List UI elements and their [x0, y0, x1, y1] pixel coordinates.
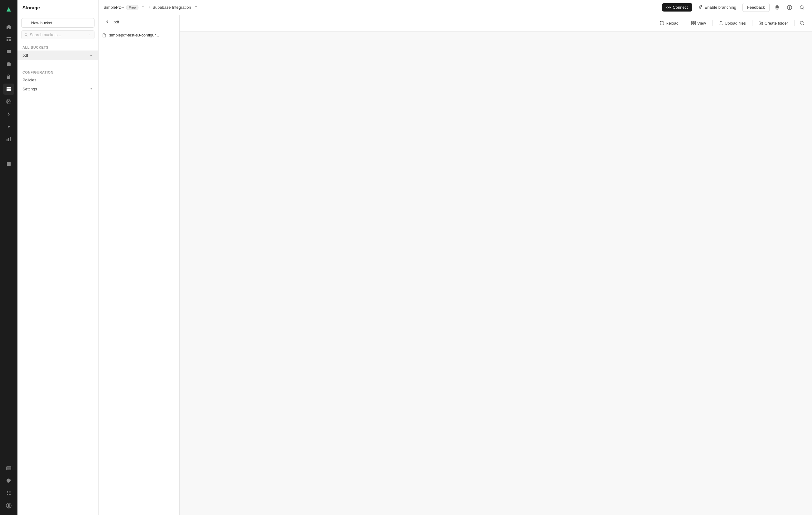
sidebar-title: Storage: [18, 0, 98, 14]
create-folder-label: Create folder: [764, 21, 788, 26]
svg-rect-29: [692, 23, 693, 25]
message-icon[interactable]: [3, 46, 14, 57]
empty-content: [180, 31, 812, 515]
search-command-button[interactable]: [797, 2, 807, 12]
auth-icon[interactable]: [3, 71, 14, 82]
svg-point-25: [789, 8, 790, 9]
realtime-icon[interactable]: [3, 96, 14, 107]
svg-point-17: [7, 494, 8, 495]
sidebar-divider: [18, 64, 98, 64]
icon-nav: [0, 0, 18, 515]
enable-branching-label: Enable branching: [705, 5, 736, 10]
file-name: simplepdf-test-s3-configur...: [109, 33, 159, 37]
file-search-button[interactable]: [797, 18, 807, 28]
settings-label: Settings: [23, 87, 37, 91]
back-button[interactable]: [104, 18, 111, 26]
action-divider-4: [794, 20, 794, 26]
svg-rect-13: [10, 137, 10, 141]
connect-label: Connect: [673, 5, 688, 10]
configuration-label: CONFIGURATION: [18, 68, 98, 75]
new-bucket-label: New bucket: [31, 21, 52, 25]
bucket-item-pdf[interactable]: pdf: [18, 51, 98, 60]
svg-point-31: [800, 21, 803, 24]
file-panel: pdf simplepdf-test-s3-configur...: [98, 15, 180, 515]
reload-button[interactable]: Reload: [656, 19, 682, 27]
table-editor-icon[interactable]: [3, 34, 14, 45]
api-docs-icon[interactable]: [3, 158, 14, 170]
svg-point-10: [8, 126, 10, 127]
all-buckets-label: ALL BUCKETS: [18, 43, 98, 51]
action-divider-1: [685, 20, 685, 26]
view-label: View: [697, 21, 706, 26]
svg-rect-30: [694, 23, 695, 25]
svg-point-16: [9, 491, 10, 492]
create-folder-button[interactable]: Create folder: [755, 19, 792, 27]
account-icon[interactable]: [3, 500, 14, 511]
action-divider-3: [752, 20, 752, 26]
project-switcher-button[interactable]: ⌃: [140, 4, 146, 10]
branch-switcher-button[interactable]: ⌃: [193, 4, 199, 10]
file-explorer: pdf simplepdf-test-s3-configur... Reload: [98, 15, 812, 515]
policies-item[interactable]: Policies: [18, 75, 98, 85]
search-buckets-input[interactable]: [30, 32, 86, 37]
file-list: simplepdf-test-s3-configur...: [98, 29, 179, 515]
advisors-icon[interactable]: [3, 463, 14, 474]
svg-point-7: [8, 101, 9, 102]
home-icon[interactable]: [3, 21, 14, 32]
breadcrumb-bar: pdf: [98, 15, 179, 29]
action-divider-2: [712, 20, 713, 26]
branch-name: Supabase Integration: [152, 5, 191, 10]
svg-rect-2: [9, 39, 11, 39]
integrations-icon[interactable]: [3, 488, 14, 499]
svg-rect-4: [9, 40, 11, 41]
bucket-name: pdf: [23, 53, 28, 58]
svg-point-15: [7, 491, 8, 492]
reload-label: Reload: [666, 21, 678, 26]
svg-rect-3: [6, 40, 8, 41]
svg-rect-11: [6, 139, 7, 141]
svg-rect-28: [694, 21, 695, 23]
database-icon[interactable]: [3, 59, 14, 70]
breadcrumb-path: pdf: [114, 20, 119, 24]
edge-functions-icon[interactable]: [3, 109, 14, 120]
settings-item[interactable]: Settings: [18, 85, 98, 93]
svg-point-21: [25, 33, 27, 35]
notifications-button[interactable]: [772, 2, 782, 12]
free-badge: Free: [126, 5, 139, 10]
project-name: SimplePDF: [104, 5, 124, 10]
logo-icon[interactable]: [3, 4, 14, 15]
svg-point-18: [9, 494, 10, 495]
svg-point-23: [669, 7, 670, 8]
sidebar: Storage New bucket ALL BUCKETS pdf CONFI…: [18, 0, 98, 515]
enable-branching-button[interactable]: Enable branching: [695, 3, 740, 11]
storage-icon[interactable]: [3, 84, 14, 95]
logs-icon[interactable]: [3, 146, 14, 157]
topbar: SimplePDF Free ⌃ / Supabase Integration …: [98, 0, 812, 15]
upload-files-button[interactable]: Upload files: [715, 19, 750, 27]
policies-label: Policies: [23, 78, 36, 82]
topbar-left: SimplePDF Free ⌃ / Supabase Integration …: [104, 4, 199, 10]
help-button[interactable]: [785, 2, 794, 12]
svg-rect-12: [8, 138, 9, 141]
reports-icon[interactable]: [3, 133, 14, 145]
main-content: SimplePDF Free ⌃ / Supabase Integration …: [98, 0, 812, 515]
svg-rect-27: [692, 21, 693, 23]
content-area: Reload View Upload files C: [180, 15, 812, 515]
topbar-actions: Connect Enable branching Feedback: [662, 2, 807, 12]
svg-point-20: [8, 504, 10, 506]
upload-files-label: Upload files: [725, 21, 746, 26]
svg-point-22: [667, 7, 668, 8]
feedback-button[interactable]: Feedback: [743, 3, 770, 12]
search-buckets-box: [21, 30, 94, 39]
svg-rect-0: [6, 37, 11, 38]
view-button[interactable]: View: [688, 19, 710, 27]
file-item[interactable]: simplepdf-test-s3-configur...: [98, 30, 179, 40]
svg-rect-1: [6, 39, 8, 39]
breadcrumb-separator: /: [149, 5, 150, 10]
connect-button[interactable]: Connect: [662, 3, 692, 11]
svg-point-26: [800, 6, 803, 9]
ai-assistant-icon[interactable]: [3, 121, 14, 132]
svg-rect-6: [7, 77, 10, 79]
new-bucket-button[interactable]: New bucket: [21, 18, 94, 28]
settings-icon[interactable]: [3, 475, 14, 486]
